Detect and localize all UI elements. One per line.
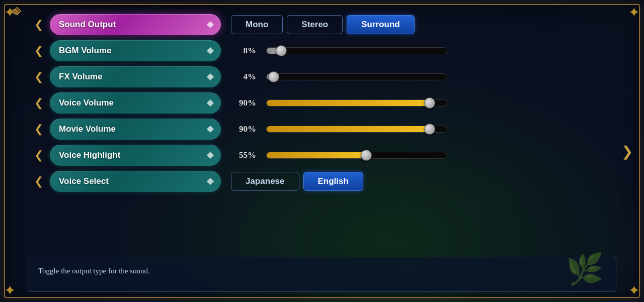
- controls-voice-highlight: 55%: [231, 150, 447, 160]
- voice-option-japanese[interactable]: Japanese: [231, 172, 299, 191]
- setting-row-voice-select: ❮Voice SelectJapaneseEnglish: [28, 170, 616, 193]
- arrow-left-bgm-volume[interactable]: ❮: [30, 42, 48, 60]
- setting-row-voice-volume: ❮Voice Volume90%: [28, 91, 616, 115]
- setting-row-sound-output: ❮Sound OutputMonoStereoSurround: [28, 13, 616, 36]
- percentage-movie-volume: 90%: [231, 124, 256, 134]
- slider-track-voice-highlight[interactable]: [266, 152, 447, 159]
- controls-movie-volume: 90%: [231, 124, 447, 134]
- label-btn-voice-volume[interactable]: Voice Volume: [50, 92, 221, 114]
- percentage-voice-volume: 90%: [231, 98, 256, 108]
- slider-thumb-fx-volume[interactable]: [268, 71, 279, 82]
- toggle-option-stereo[interactable]: Stereo: [287, 15, 343, 34]
- controls-fx-volume: 4%: [231, 72, 447, 82]
- arrow-left-voice-select[interactable]: ❮: [30, 172, 48, 190]
- toggle-option-mono[interactable]: Mono: [231, 15, 283, 34]
- controls-voice-volume: 90%: [231, 98, 447, 108]
- slider-track-voice-volume[interactable]: [266, 99, 447, 107]
- corner-decoration-tr: ✦: [622, 4, 640, 22]
- slider-track-bgm-volume[interactable]: [266, 47, 447, 54]
- label-btn-voice-highlight[interactable]: Voice Highlight: [50, 145, 221, 166]
- label-btn-fx-volume[interactable]: FX Volume: [50, 66, 221, 87]
- voice-option-english[interactable]: English: [303, 172, 363, 191]
- label-btn-movie-volume[interactable]: Movie Volume: [50, 119, 221, 140]
- nav-icon[interactable]: [7, 7, 27, 27]
- slider-thumb-voice-highlight[interactable]: [361, 150, 372, 161]
- label-btn-voice-select[interactable]: Voice Select: [50, 171, 221, 192]
- setting-row-bgm-volume: ❮BGM Volume8%: [28, 39, 616, 62]
- label-btn-bgm-volume[interactable]: BGM Volume: [50, 40, 221, 61]
- corner-decoration-bl: ✦: [4, 280, 22, 298]
- arrow-left-movie-volume[interactable]: ❮: [30, 120, 48, 138]
- arrow-left-voice-highlight[interactable]: ❮: [30, 146, 48, 164]
- setting-row-fx-volume: ❮FX Volume4%: [28, 65, 616, 88]
- arrow-left-fx-volume[interactable]: ❮: [30, 68, 48, 86]
- slider-thumb-voice-volume[interactable]: [424, 97, 435, 109]
- setting-row-voice-highlight: ❮Voice Highlight55%: [28, 144, 616, 167]
- controls-voice-select: JapaneseEnglish: [231, 172, 363, 191]
- label-btn-sound-output[interactable]: Sound Output: [50, 14, 221, 35]
- slider-thumb-movie-volume[interactable]: [424, 124, 435, 135]
- setting-row-movie-volume: ❮Movie Volume90%: [28, 118, 616, 141]
- arrow-left-voice-volume[interactable]: ❮: [30, 94, 48, 112]
- percentage-bgm-volume: 8%: [231, 46, 256, 56]
- description-box: Toggle the output type for the sound.: [28, 257, 616, 292]
- slider-track-fx-volume[interactable]: [266, 73, 447, 80]
- toggle-group-sound-output: MonoStereoSurround: [231, 15, 415, 34]
- percentage-voice-highlight: 55%: [231, 150, 256, 160]
- percentage-fx-volume: 4%: [231, 72, 256, 82]
- controls-sound-output: MonoStereoSurround: [231, 15, 415, 34]
- corner-decoration-br: ✦: [622, 280, 640, 298]
- scroll-right-arrow[interactable]: ❯: [621, 143, 633, 159]
- slider-thumb-bgm-volume[interactable]: [276, 45, 287, 56]
- description-text: Toggle the output type for the sound.: [38, 267, 150, 275]
- controls-bgm-volume: 8%: [231, 46, 447, 56]
- voice-select-group: JapaneseEnglish: [231, 172, 363, 191]
- arrow-left-sound-output[interactable]: ❮: [30, 16, 48, 34]
- slider-track-movie-volume[interactable]: [266, 126, 447, 133]
- toggle-option-surround[interactable]: Surround: [347, 15, 415, 34]
